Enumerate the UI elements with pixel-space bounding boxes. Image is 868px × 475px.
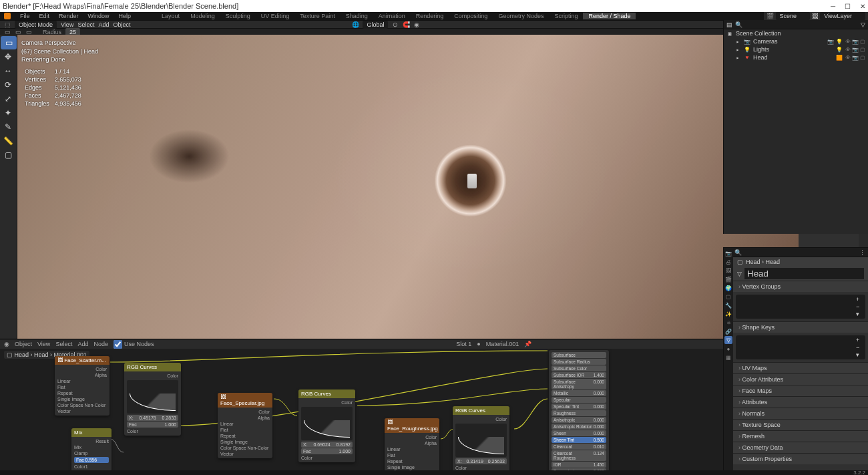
tab-rendering[interactable]: Rendering xyxy=(411,13,449,19)
menu-icon[interactable]: ▾ xyxy=(856,311,865,317)
sec-custom-props[interactable]: Custom Properties xyxy=(733,454,868,464)
menu-window[interactable]: Window xyxy=(88,13,110,19)
select2-icon[interactable]: ▭ xyxy=(25,29,32,35)
tab-geonodes[interactable]: Geometry Nodes xyxy=(493,13,549,19)
tab-compositing[interactable]: Compositing xyxy=(449,13,493,19)
ptab-constraint-icon[interactable]: 🔗 xyxy=(724,327,732,335)
tab-layout[interactable]: Layout xyxy=(156,13,185,19)
menu-render[interactable]: Render xyxy=(59,13,79,19)
close-icon[interactable]: ✕ xyxy=(860,3,865,10)
node-image-scatter[interactable]: 🖼 Face_Scatter.m... Color Alpha Linear F… xyxy=(55,356,110,416)
outliner-search-input[interactable] xyxy=(745,21,858,28)
ptab-world-icon[interactable]: 🌍 xyxy=(724,284,732,292)
menu-file[interactable]: File xyxy=(20,13,30,19)
ptab-texture-icon[interactable]: ▦ xyxy=(724,353,732,361)
sec-attributes[interactable]: Attributes xyxy=(733,397,868,408)
tool-scale[interactable]: ⤢ xyxy=(0,92,16,106)
slot-dropdown[interactable]: Slot 1 xyxy=(456,341,471,347)
tab-rendershade[interactable]: Render / Shade xyxy=(583,13,636,19)
tool-move[interactable]: ↔ xyxy=(0,64,16,77)
orient-dropdown[interactable]: Global xyxy=(363,21,388,29)
sec-geodata[interactable]: Geometry Data xyxy=(733,442,868,453)
sec-remesh[interactable]: Remesh xyxy=(733,431,868,442)
tool-cursor[interactable]: ✥ xyxy=(0,50,16,63)
node-principled-bsdf[interactable]: SubsurfaceSubsurface RadiusSubsurface Co… xyxy=(549,350,609,472)
sec-vertex-groups[interactable]: Vertex Groups xyxy=(733,281,868,292)
node-image-specular[interactable]: 🖼 Face_Specular.jpg Color Alpha Linear F… xyxy=(218,393,272,458)
node-rgb-curves-1[interactable]: RGB Curves Color X:0.451780.2833 Fac1.00… xyxy=(124,363,181,436)
tab-modeling[interactable]: Modeling xyxy=(185,13,220,19)
ptab-output-icon[interactable]: 🖨 xyxy=(724,258,732,266)
minimize-icon[interactable]: ─ xyxy=(831,3,835,10)
prop-edit-icon[interactable]: ◉ xyxy=(413,21,420,28)
tool-select-box[interactable]: ▭ xyxy=(1,36,17,49)
ptab-particle-icon[interactable]: ✨ xyxy=(724,310,732,318)
hdr-object[interactable]: Object xyxy=(113,21,130,28)
viewlayer-icon[interactable]: 🖼 xyxy=(812,13,818,19)
remove-icon[interactable]: − xyxy=(856,344,865,351)
scene-dropdown[interactable]: Scene xyxy=(776,12,811,20)
hdr-select[interactable]: Select xyxy=(77,21,94,28)
menu-edit[interactable]: Edit xyxy=(39,13,50,19)
mesh-name-field[interactable] xyxy=(744,268,864,279)
hdr-add[interactable]: Add xyxy=(98,21,109,28)
hdr-view[interactable]: View xyxy=(61,21,73,28)
node-editor-type-icon[interactable]: ◉ xyxy=(4,341,9,347)
maximize-icon[interactable]: ☐ xyxy=(845,3,851,10)
pivot-icon[interactable]: ⊙ xyxy=(392,21,399,28)
ptab-material-icon[interactable]: ● xyxy=(724,345,732,353)
nhdr-node[interactable]: Node xyxy=(93,341,108,347)
node-rgb-curves-3[interactable]: RGB Curves Color X:0.314190.25633 Color xyxy=(453,406,509,472)
tab-shading[interactable]: Shading xyxy=(341,13,373,19)
node-rgb-curves-2[interactable]: RGB Curves Color X:0.690240.8192 Fac1.00… xyxy=(298,389,355,462)
ptab-physics-icon[interactable]: ⚛ xyxy=(724,319,732,327)
tool-measure[interactable]: 📏 xyxy=(0,134,16,148)
tab-sculpting[interactable]: Sculpting xyxy=(220,13,256,19)
menu-icon[interactable]: ▾ xyxy=(856,351,865,358)
sec-uv-maps[interactable]: UV Maps xyxy=(733,363,868,373)
snap-icon[interactable]: 🧲 xyxy=(403,21,409,28)
tool-addcube[interactable]: ▢ xyxy=(0,148,16,162)
tool-transform[interactable]: ✦ xyxy=(0,106,16,120)
node-object-dropdown[interactable]: Object xyxy=(15,341,32,347)
add-icon[interactable]: + xyxy=(856,337,865,343)
viewlayer-dropdown[interactable]: ViewLayer xyxy=(820,12,865,20)
scene-icon[interactable]: 🎬 xyxy=(767,13,774,19)
add-icon[interactable]: + xyxy=(856,296,865,303)
global-icon[interactable]: 🌐 xyxy=(352,21,359,28)
sec-face-maps[interactable]: Face Maps xyxy=(733,385,868,396)
outliner-filter-icon[interactable]: ▤ xyxy=(726,21,732,28)
tool-annotate[interactable]: ✎ xyxy=(0,120,16,134)
tab-scripting[interactable]: Scripting xyxy=(549,13,583,19)
node-image-roughness[interactable]: 🖼 Face_Roughness.jpg Color Alpha Linear … xyxy=(385,418,439,472)
tab-uv[interactable]: UV Editing xyxy=(256,13,295,19)
outliner-tree[interactable]: ▣Scene Collection ▸📷Cameras📷 💡👁 📷 ▢▸💡Lig… xyxy=(724,29,868,61)
editor-type-icon[interactable]: ⬚ xyxy=(4,21,11,28)
props-options-icon[interactable]: ⋮ xyxy=(859,249,865,256)
sec-color-attr[interactable]: Color Attributes xyxy=(733,374,868,385)
tool-rotate[interactable]: ⟳ xyxy=(0,78,16,92)
tab-texturepaint[interactable]: Texture Paint xyxy=(294,13,341,19)
ptab-render-icon[interactable]: 📷 xyxy=(724,249,732,257)
remove-icon[interactable]: − xyxy=(856,303,865,310)
mat-browse-icon[interactable]: ● xyxy=(477,341,480,347)
sec-shape-keys[interactable]: Shape Keys xyxy=(733,322,868,333)
select-box-icon[interactable]: ▭ xyxy=(4,29,11,35)
nhdr-view[interactable]: View xyxy=(37,341,50,347)
ptab-data-icon[interactable]: ▽ xyxy=(724,336,732,344)
nhdr-select[interactable]: Select xyxy=(55,341,72,347)
material-dropdown[interactable]: Material.001 xyxy=(486,341,519,347)
tab-animation[interactable]: Animation xyxy=(373,13,411,19)
nhdr-add[interactable]: Add xyxy=(77,341,88,347)
sec-normals[interactable]: Normals xyxy=(733,408,868,419)
3d-viewport[interactable]: Camera Perspective (67) Scene Collection… xyxy=(17,35,799,339)
sec-texspace[interactable]: Texture Space xyxy=(733,420,868,430)
node-canvas[interactable]: ▢ Head › Head › Material.001 🖼 Face_Scat… xyxy=(0,339,792,472)
filter-icon[interactable]: ▽ xyxy=(861,21,865,28)
ptab-object-icon[interactable]: ▢ xyxy=(724,293,732,301)
mode-dropdown[interactable]: Object Mode xyxy=(15,21,57,29)
ptab-modifier-icon[interactable]: 🔧 xyxy=(724,301,732,309)
ptab-scene-icon[interactable]: 🎬 xyxy=(724,275,732,283)
menu-help[interactable]: Help xyxy=(119,13,132,19)
ptab-viewlayer-icon[interactable]: 🖼 xyxy=(724,267,732,275)
